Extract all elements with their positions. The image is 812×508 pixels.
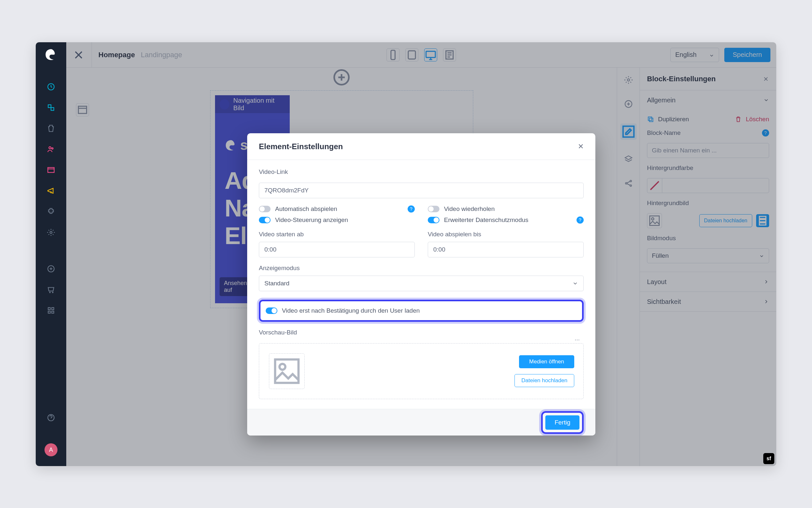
video-link-label: Video-Link: [259, 168, 584, 175]
loop-toggle[interactable]: [428, 206, 439, 212]
modal-title: Element-Einstellungen: [259, 142, 343, 151]
svg-point-4: [52, 148, 53, 149]
svg-rect-2: [51, 108, 54, 111]
svg-rect-1: [48, 104, 51, 108]
video-link-input[interactable]: 7QRO8dm2FdY: [259, 183, 584, 198]
help-icon[interactable]: [47, 413, 55, 422]
cart-icon[interactable]: [47, 285, 55, 294]
catalog-icon[interactable]: [47, 103, 55, 112]
svg-point-9: [52, 292, 53, 293]
customers-icon[interactable]: [47, 145, 55, 154]
app-frame: A Homepage Landingpage English: [36, 42, 776, 466]
content-icon[interactable]: [47, 166, 55, 174]
preview-label: Vorschau-Bild: [259, 329, 584, 336]
main-area: Homepage Landingpage English Speichern: [66, 42, 776, 466]
extensions-icon[interactable]: [47, 207, 55, 216]
svg-rect-5: [48, 167, 54, 172]
svg-point-8: [50, 292, 50, 293]
svg-rect-10: [48, 307, 50, 310]
add-icon[interactable]: [47, 264, 55, 273]
display-mode-label: Anzeigemodus: [259, 264, 584, 272]
needs-confirmation-toggle[interactable]: [266, 307, 277, 314]
avatar[interactable]: A: [45, 443, 57, 456]
svg-point-6: [50, 231, 52, 234]
end-input[interactable]: 0:00: [428, 242, 584, 257]
chevron-down-icon: [572, 281, 578, 286]
display-mode-select[interactable]: Standard: [259, 276, 584, 291]
svg-rect-12: [48, 311, 50, 313]
close-modal-icon[interactable]: ✕: [578, 142, 584, 151]
logo-icon: [45, 48, 57, 61]
open-media-button[interactable]: Medien öffnen: [519, 355, 574, 368]
settings-icon[interactable]: [47, 228, 55, 237]
show-controls-toggle[interactable]: [259, 217, 271, 223]
element-settings-modal: Element-Einstellungen ✕ Video-Link 7QRO8…: [247, 133, 595, 435]
start-label: Video starten ab: [259, 231, 415, 238]
done-highlight: Fertig: [541, 411, 584, 434]
image-placeholder-icon: [269, 353, 305, 389]
help-icon[interactable]: ?: [408, 205, 415, 213]
upload-files-button[interactable]: Dateien hochladen: [515, 374, 574, 387]
svg-point-35: [280, 364, 286, 370]
preview-dropzone[interactable]: Medien öffnen Dateien hochladen: [259, 343, 584, 399]
privacy-toggle[interactable]: [428, 217, 439, 223]
dropzone-menu-icon[interactable]: ⋯: [575, 337, 580, 343]
help-icon[interactable]: ?: [576, 216, 584, 224]
start-input[interactable]: 0:00: [259, 242, 415, 257]
autoplay-toggle[interactable]: [259, 206, 271, 212]
svg-point-3: [49, 146, 51, 149]
left-sidebar: A: [36, 42, 66, 466]
svg-rect-11: [52, 307, 54, 310]
orders-icon[interactable]: [47, 124, 55, 133]
symfony-badge-icon: sf: [763, 453, 774, 464]
grid-icon[interactable]: [47, 306, 55, 314]
svg-rect-13: [52, 311, 54, 313]
svg-rect-34: [275, 359, 298, 383]
marketing-icon[interactable]: [47, 186, 55, 195]
dashboard-icon[interactable]: [47, 83, 55, 91]
done-button[interactable]: Fertig: [545, 415, 579, 430]
needs-confirmation-row: Video erst nach Bestätigung durch den Us…: [259, 300, 584, 322]
end-label: Video abspielen bis: [428, 231, 584, 238]
